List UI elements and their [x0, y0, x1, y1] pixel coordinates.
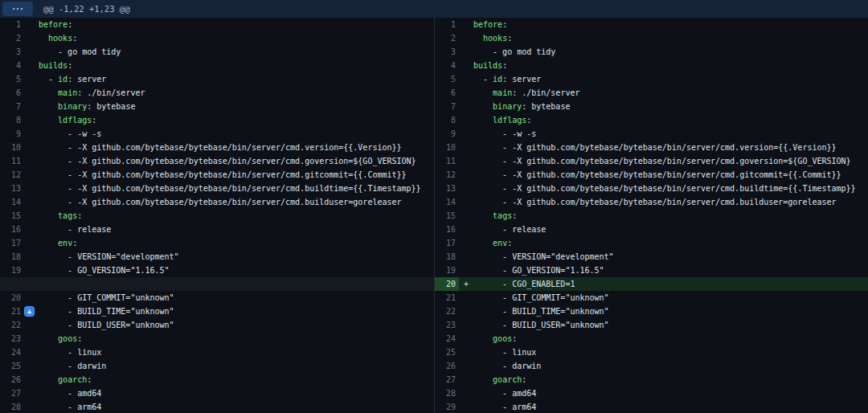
line-number[interactable]: 2	[0, 31, 24, 45]
line-number[interactable]: 3	[0, 45, 24, 59]
diff-line-old-6: 6 main: ./bin/server	[0, 86, 434, 100]
line-number[interactable]: 26	[435, 359, 459, 373]
line-number[interactable]: 11	[435, 154, 459, 168]
line-number[interactable]: 21	[435, 291, 459, 305]
diff-marker	[24, 59, 39, 72]
line-number[interactable]: 14	[0, 195, 24, 209]
diff-marker	[24, 236, 39, 250]
line-number[interactable]: 15	[435, 209, 459, 223]
line-number[interactable]: 8	[0, 113, 24, 127]
add-comment-button[interactable]: +	[24, 306, 35, 317]
diff-line-old-5: 5 - id: server	[0, 72, 434, 86]
diff-marker	[24, 31, 39, 45]
line-number[interactable]: 7	[435, 100, 459, 113]
diff-line-new-27: 27 goarch:	[435, 373, 868, 386]
line-number[interactable]: 25	[0, 359, 24, 373]
line-number[interactable]: 8	[435, 113, 459, 127]
diff-line-old-28: 28 - arm64	[0, 400, 434, 413]
code-text: - id: server	[39, 72, 434, 86]
line-number[interactable]: 24	[435, 332, 459, 346]
line-number[interactable]: 16	[435, 223, 459, 236]
diff-marker	[24, 264, 39, 277]
line-number[interactable]: 9	[0, 127, 24, 141]
hunk-header: ••• @@ -1,22 +1,23 @@	[0, 0, 868, 18]
code-text: ldflags:	[39, 113, 434, 127]
diff-line-new-16: 16 - release	[435, 223, 868, 236]
line-number[interactable]: 1	[0, 18, 24, 31]
line-number[interactable]: 6	[0, 86, 24, 100]
line-number[interactable]: 1	[435, 18, 459, 31]
diff-marker	[24, 100, 39, 113]
diff-line-new-26: 26 - darwin	[435, 359, 868, 373]
diff-marker	[459, 236, 473, 250]
diff-line-old-8: 8 ldflags:	[0, 113, 434, 127]
line-number[interactable]: 20	[435, 277, 459, 291]
code-text: binary: bytebase	[39, 100, 434, 113]
line-number[interactable]: 21	[0, 305, 24, 318]
line-number[interactable]: 24	[0, 346, 24, 359]
diff-line-old-15: 15 tags:	[0, 209, 434, 223]
line-number[interactable]: 6	[435, 86, 459, 100]
code-text: - -X github.com/bytebase/bytebase/bin/se…	[473, 141, 868, 154]
code-text: - go mod tidy	[39, 45, 434, 59]
code-text: - CGO_ENABLED=1	[473, 277, 868, 291]
line-number[interactable]: 10	[0, 141, 24, 154]
line-number[interactable]: 13	[0, 182, 24, 195]
line-number[interactable]: 3	[435, 45, 459, 59]
line-number[interactable]: 17	[0, 236, 24, 250]
line-number[interactable]: 28	[435, 386, 459, 400]
code-text: - -X github.com/bytebase/bytebase/bin/se…	[39, 154, 434, 168]
line-number[interactable]: 11	[0, 154, 24, 168]
line-number[interactable]: 18	[0, 250, 24, 264]
line-number[interactable]: 15	[0, 209, 24, 223]
line-number[interactable]: 2	[435, 31, 459, 45]
line-number[interactable]: 5	[0, 72, 24, 86]
code-text: main: ./bin/server	[473, 86, 868, 100]
line-number[interactable]: 10	[435, 141, 459, 154]
ellipsis-icon: •••	[13, 5, 24, 12]
diff-marker	[24, 86, 39, 100]
line-number[interactable]: 27	[0, 386, 24, 400]
diff-marker	[459, 250, 473, 264]
diff-marker	[24, 195, 39, 209]
line-number[interactable]: 19	[435, 264, 459, 277]
line-number[interactable]: 26	[0, 373, 24, 386]
diff-line-new-5: 5 - id: server	[435, 72, 868, 86]
line-number[interactable]: 28	[0, 400, 24, 413]
code-text: ldflags:	[473, 113, 868, 127]
line-number[interactable]: 25	[435, 346, 459, 359]
diff-marker	[459, 182, 473, 195]
line-number[interactable]: 12	[0, 168, 24, 182]
diff-split-view: 1before:2 hooks:3 - go mod tidy4builds:5…	[0, 18, 868, 413]
line-number[interactable]: 20	[0, 291, 24, 305]
expand-hunk-button[interactable]: •••	[2, 2, 33, 16]
diff-line-new-28: 28 - amd64	[435, 386, 868, 400]
line-number[interactable]: 18	[435, 250, 459, 264]
line-number[interactable]: 27	[435, 373, 459, 386]
line-number[interactable]: 16	[0, 223, 24, 236]
line-number[interactable]: 23	[435, 318, 459, 332]
diff-line-old-27: 27 - amd64	[0, 386, 434, 400]
line-number[interactable]: 17	[435, 236, 459, 250]
line-number[interactable]: 12	[435, 168, 459, 182]
line-number[interactable]: 29	[435, 400, 459, 413]
line-number[interactable]: 5	[435, 72, 459, 86]
diff-marker	[459, 346, 473, 359]
diff-line-new-19: 19 - GO_VERSION="1.16.5"	[435, 264, 868, 277]
line-number[interactable]: 23	[0, 332, 24, 346]
code-text: - -X github.com/bytebase/bytebase/bin/se…	[39, 141, 434, 154]
line-number[interactable]: 14	[435, 195, 459, 209]
line-number[interactable]: 13	[435, 182, 459, 195]
diff-line-old-22: 22 - BUILD_USER="unknown"	[0, 318, 434, 332]
diff-line-old-24: 24 - linux	[0, 346, 434, 359]
code-text: goos:	[39, 332, 434, 346]
line-number[interactable]: 19	[0, 264, 24, 277]
diff-marker	[459, 72, 473, 86]
line-number[interactable]: 22	[0, 318, 24, 332]
line-number[interactable]: 22	[435, 305, 459, 318]
diff-marker: +	[24, 305, 39, 318]
line-number[interactable]: 4	[0, 59, 24, 72]
line-number[interactable]: 4	[435, 59, 459, 72]
line-number[interactable]: 9	[435, 127, 459, 141]
line-number[interactable]: 7	[0, 100, 24, 113]
